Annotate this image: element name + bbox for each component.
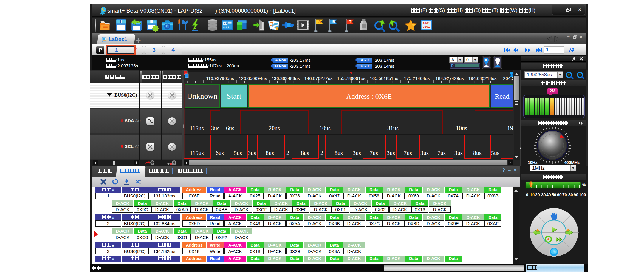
svg-text:7us: 7us xyxy=(437,150,446,156)
svg-text:2: 2 xyxy=(286,150,289,156)
svg-text:3us: 3us xyxy=(353,150,361,156)
svg-text:3us: 3us xyxy=(387,150,395,156)
svg-text:3us: 3us xyxy=(211,125,219,132)
svg-text:8us: 8us xyxy=(473,150,482,156)
svg-text:B: B xyxy=(332,20,335,24)
svg-text:115us: 115us xyxy=(190,125,204,132)
svg-text:8us: 8us xyxy=(301,150,309,156)
svg-text:7us: 7us xyxy=(370,150,378,156)
svg-text:5us: 5us xyxy=(491,150,499,156)
svg-text:20us: 20us xyxy=(269,125,280,132)
svg-text:Unknown: Unknown xyxy=(187,92,218,101)
svg-text:2: 2 xyxy=(320,150,323,156)
svg-text:T: T xyxy=(349,20,352,24)
svg-text:19: 19 xyxy=(507,125,513,132)
svg-text:8us: 8us xyxy=(266,150,274,156)
svg-text:Start: Start xyxy=(227,92,242,101)
svg-text:10us: 10us xyxy=(319,125,331,132)
svg-text:3us: 3us xyxy=(420,150,429,156)
svg-text:3us: 3us xyxy=(248,150,256,156)
svg-text:8us: 8us xyxy=(335,150,343,156)
svg-text:6us: 6us xyxy=(226,125,234,132)
svg-text:A: A xyxy=(318,20,321,24)
svg-text:7us: 7us xyxy=(404,150,412,156)
svg-text:0101: 0101 xyxy=(423,22,430,25)
svg-text:10us: 10us xyxy=(456,125,467,132)
svg-text:Read: Read xyxy=(495,92,509,100)
svg-text:Address : 0X6E: Address : 0X6E xyxy=(346,92,392,100)
svg-text:0101: 0101 xyxy=(423,25,430,29)
svg-text:5us: 5us xyxy=(234,150,242,156)
svg-text:3us: 3us xyxy=(454,150,463,156)
svg-text:115us: 115us xyxy=(190,150,204,156)
svg-text:31us: 31us xyxy=(387,125,399,132)
svg-text:6us: 6us xyxy=(216,150,224,156)
svg-text:D: D xyxy=(510,72,513,77)
